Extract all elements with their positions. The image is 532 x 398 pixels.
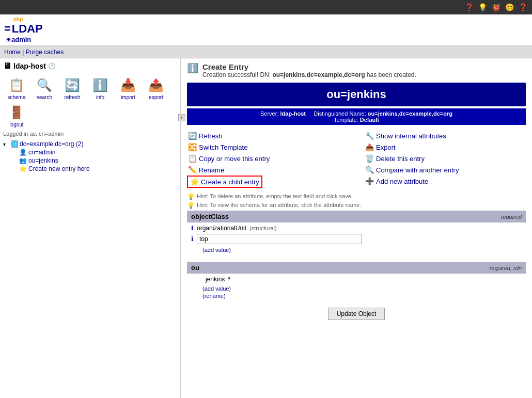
template-label: Template: [334,117,358,123]
objectclass-add-value-link[interactable]: (add value) [202,247,231,253]
update-button-row: Update Object [187,308,526,320]
objectclass-type-1: (structural) [249,225,277,231]
objectclass-label: objectClass [191,213,229,220]
page-header: ℹ️ Create Entry Creation successful! DN:… [187,62,526,78]
question-icon[interactable]: ❓ [518,2,528,12]
objectclass-info-1[interactable]: ℹ [191,225,194,232]
hint-2: 💡 Hint: To view the schema for an attrib… [187,202,526,209]
tree-item-create-new[interactable]: ⭐ Create new entry here [11,165,177,173]
info-icon: ℹ️ [91,76,109,94]
expand-panel-button[interactable]: + [178,114,185,121]
delete-action[interactable]: 🗑️ Delete this entry [364,153,526,164]
dn-header-box: ou=jenkins [187,83,526,106]
export-action-label[interactable]: Export [376,144,396,151]
import-icon: 📥 [119,76,137,94]
tree-item-cn-admin[interactable]: 👤 cn=admin [11,148,177,156]
top-bar: ❓ 💡 👹 😊 ❓ [0,0,532,14]
actions-grid: 🔄 Refresh 🔀 Switch Template 📋 Copy or mo… [187,130,526,188]
devil-icon[interactable]: 👹 [491,2,501,12]
search-toolbar-item[interactable]: 🔍 search [31,75,58,101]
delete-icon: 🗑️ [365,154,374,163]
hint-1-text: Hint: To delete an attribute, empty the … [197,193,353,199]
main-layout: + 🖥 ldap-host 🕐 📋 schema 🔍 search 🔄 refr… [0,58,532,398]
show-internal-icon: 🔧 [365,132,374,140]
compare-action[interactable]: 🔍 Compare with another entry [364,164,526,176]
directory-tree: ▾ 🌐 dc=example,dc=org (2) 👤 cn=admin 👥 o… [3,140,177,173]
objectclass-row-2: ℹ [191,234,522,244]
switch-template-icon: 🔀 [188,143,197,151]
ou-section: ou required, rdn jenkins * (add value) (… [187,262,526,301]
schema-toolbar-item[interactable]: 📋 schema [3,75,30,101]
rename-action[interactable]: ✏️ Rename [187,164,349,176]
logout-label: logout [9,122,23,128]
create-child-action[interactable]: ⭐ Create a child entry [187,176,262,188]
page-header-text: Create Entry Creation successful! DN: ou… [202,62,416,78]
search-icon: 🔍 [35,76,54,94]
refresh-toolbar-item[interactable]: 🔄 refresh [59,75,86,101]
template-value: Default [360,117,379,123]
hint-1-icon: 💡 [187,193,195,200]
ou-jenkins-link[interactable]: ou=jenkins [28,157,58,164]
objectclass-info-2[interactable]: ℹ [191,235,194,243]
cn-admin-icon: 👤 [19,149,27,156]
info-toolbar-item[interactable]: ℹ️ info [87,75,114,101]
show-internal-label[interactable]: Show internal attributes [376,132,446,140]
refresh-action[interactable]: 🔄 Refresh [187,130,349,141]
rename-label[interactable]: Rename [199,166,224,174]
copy-move-label[interactable]: Copy or move this entry [199,155,270,163]
clock-icon: 🕐 [48,62,56,70]
copy-move-action[interactable]: 📋 Copy or move this entry [187,153,349,164]
logout-icon: 🚪 [7,103,26,122]
copy-move-icon: 📋 [188,154,197,163]
top-icons: ❓ 💡 👹 😊 ❓ [464,2,528,12]
add-attr-action[interactable]: ➕ Add new attribute [364,176,526,187]
switch-template-label[interactable]: Switch Template [199,144,247,151]
ou-add-value-link[interactable]: (add value) [202,285,231,292]
tree-expander-root[interactable]: ▾ [3,141,9,147]
ou-rename-link[interactable]: (rename) [202,293,226,299]
switch-template-action[interactable]: 🔀 Switch Template [187,141,349,153]
create-new-link[interactable]: Create new entry here [28,165,90,172]
delete-action-label[interactable]: Delete this entry [376,155,425,163]
server-label: Server: [260,110,278,117]
smiley-icon[interactable]: 😊 [504,2,514,12]
compare-action-label[interactable]: Compare with another entry [376,166,459,174]
tree-root[interactable]: ▾ 🌐 dc=example,dc=org (2) [3,140,177,148]
create-child-icon: ⭐ [190,178,199,186]
logout-toolbar-item[interactable]: 🚪 logout [3,102,30,129]
equals-icon: = [4,22,11,36]
import-toolbar-item[interactable]: 📥 import [115,75,142,101]
tree-root-link[interactable]: dc=example,dc=org (2) [20,140,83,148]
refresh-action-label[interactable]: Refresh [199,132,223,140]
ou-add-value: (add value) (rename) [202,285,522,299]
export-label: export [149,94,163,100]
logged-in-label: Logged in as: cn=admin [3,131,177,137]
toolbar: 📋 schema 🔍 search 🔄 refresh ℹ️ info 📥 im… [3,75,177,129]
tree-item-ou-jenkins[interactable]: 👥 ou=jenkins [11,156,177,165]
add-attr-label[interactable]: Add new attribute [376,178,428,185]
logo: php = LDAP ⊞admin [4,17,43,43]
dn-bold: ou=jenkins,dc=example,dc=org [272,71,365,78]
create-child-label[interactable]: Create a child entry [201,178,259,186]
dn-header-title: ou=jenkins [192,88,521,101]
ou-label: ou [191,264,199,272]
update-object-button[interactable]: Update Object [328,308,385,320]
rename-icon: ✏️ [188,166,197,174]
add-attr-icon: ➕ [365,177,374,185]
left-panel: 🖥 ldap-host 🕐 📋 schema 🔍 search 🔄 refres… [0,58,181,398]
objectclass-required: required [501,214,522,220]
export-action[interactable]: 📤 Export [364,141,526,153]
home-link[interactable]: Home [4,49,21,56]
cn-admin-link[interactable]: cn=admin [28,149,55,156]
help-icon[interactable]: ❓ [464,2,474,12]
actions-right: 🔧 Show internal attributes 📤 Export 🗑️ D… [364,130,526,188]
page-info-icon: ℹ️ [187,62,198,74]
bulb-icon[interactable]: 💡 [477,2,488,12]
php-label: php [13,17,23,22]
ou-jenkins-icon: 👥 [19,157,27,164]
purge-link[interactable]: Purge caches [26,49,64,56]
dn-subheader: Server: ldap-host Distinguished Name: ou… [187,108,526,125]
objectclass-input-top[interactable] [197,234,362,244]
export-toolbar-item[interactable]: 📤 export [143,75,169,101]
show-internal-action[interactable]: 🔧 Show internal attributes [364,130,526,141]
